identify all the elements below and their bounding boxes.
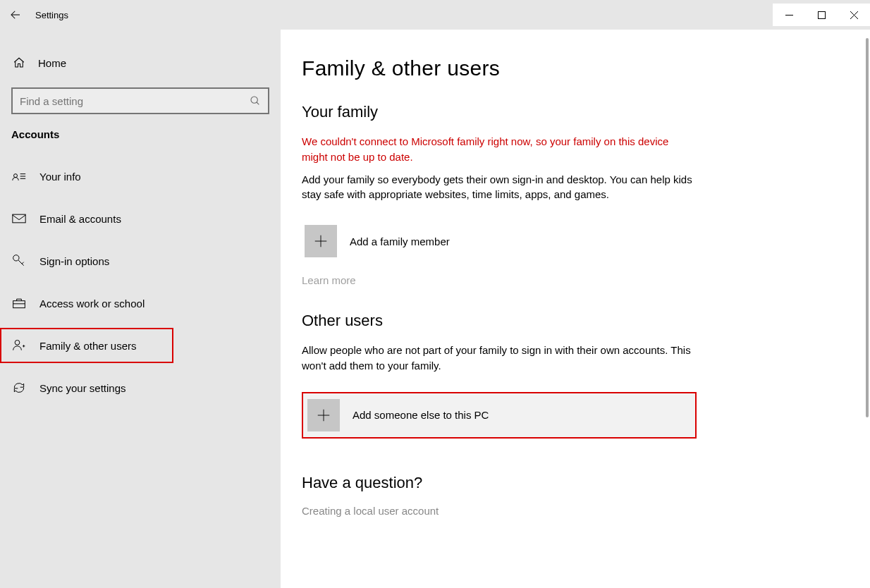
svg-point-6: [14, 174, 18, 178]
svg-line-5: [257, 102, 259, 104]
scrollbar[interactable]: [866, 38, 869, 580]
sync-icon: [11, 381, 27, 395]
sidebar-item-work[interactable]: Access work or school: [0, 286, 281, 321]
sidebar-item-signin[interactable]: Sign-in options: [0, 243, 281, 278]
sidebar-item-family[interactable]: Family & other users: [0, 328, 173, 363]
minimize-icon: [785, 11, 793, 19]
svg-point-4: [251, 97, 257, 103]
family-error-text: We couldn't connect to Microsoft family …: [302, 134, 697, 165]
sidebar-item-label: Sign-in options: [39, 255, 109, 267]
add-family-member-label: Add a family member: [350, 235, 450, 247]
sidebar-item-label: Email & accounts: [39, 213, 121, 225]
minimize-button[interactable]: [773, 4, 805, 26]
section-question-heading: Have a question?: [302, 474, 849, 492]
family-description: Add your family so everybody gets their …: [302, 172, 697, 203]
search-field[interactable]: [20, 95, 250, 107]
sidebar: Home Accounts Your info Email & accounts: [0, 30, 281, 588]
main-content: Family & other users Your family We coul…: [281, 30, 870, 588]
add-someone-else-button[interactable]: Add someone else to this PC: [302, 392, 697, 439]
titlebar: Settings: [0, 0, 870, 30]
sidebar-item-label: Your info: [39, 171, 81, 183]
search-input[interactable]: [11, 87, 269, 114]
home-icon: [13, 56, 25, 69]
mail-icon: [11, 213, 27, 224]
sidebar-item-label: Sync your settings: [39, 382, 126, 394]
sidebar-item-email[interactable]: Email & accounts: [0, 201, 281, 236]
search-icon: [250, 95, 261, 106]
sidebar-item-your-info[interactable]: Your info: [0, 159, 281, 194]
close-icon: [850, 11, 858, 19]
maximize-icon: [818, 11, 826, 19]
people-plus-icon: [11, 338, 27, 353]
arrow-left-icon: [9, 8, 22, 21]
section-other-users-heading: Other users: [302, 312, 849, 330]
add-someone-else-label: Add someone else to this PC: [353, 409, 489, 421]
sidebar-item-sync[interactable]: Sync your settings: [0, 370, 281, 405]
close-button[interactable]: [838, 4, 870, 26]
person-card-icon: [11, 171, 27, 182]
plus-icon: [305, 225, 337, 257]
sidebar-item-label: Access work or school: [39, 298, 145, 310]
key-icon: [11, 254, 27, 268]
help-link-local-account[interactable]: Creating a local user account: [302, 505, 849, 517]
other-users-description: Allow people who are not part of your fa…: [302, 343, 697, 374]
scrollbar-thumb[interactable]: [866, 38, 869, 417]
svg-point-14: [15, 341, 20, 345]
svg-rect-12: [13, 301, 25, 308]
svg-rect-1: [818, 11, 825, 18]
home-nav[interactable]: Home: [0, 45, 281, 80]
category-heading: Accounts: [0, 128, 281, 140]
maximize-button[interactable]: [805, 4, 838, 26]
page-title: Family & other users: [302, 56, 849, 80]
back-button[interactable]: [0, 8, 27, 21]
home-label: Home: [38, 57, 66, 69]
svg-point-11: [13, 255, 19, 261]
section-your-family-heading: Your family: [302, 103, 849, 121]
learn-more-link[interactable]: Learn more: [302, 274, 849, 286]
sidebar-item-label: Family & other users: [39, 340, 137, 352]
add-family-member-button[interactable]: Add a family member: [302, 221, 697, 262]
svg-rect-10: [13, 214, 25, 223]
plus-icon: [307, 399, 340, 431]
briefcase-icon: [11, 297, 27, 310]
window-title: Settings: [27, 10, 68, 20]
